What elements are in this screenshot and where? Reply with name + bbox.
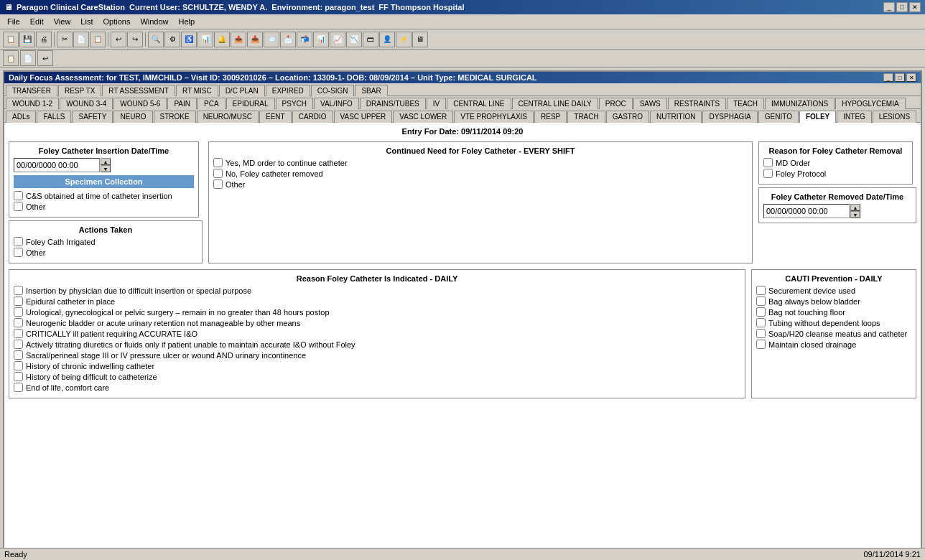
toolbar-btn-15[interactable]: 📥 xyxy=(247,32,263,47)
tab-gastro[interactable]: GASTRO xyxy=(606,111,649,123)
specimen-other-checkbox[interactable] xyxy=(14,202,23,211)
tab-vte[interactable]: VTE PROPHYLAXIS xyxy=(454,111,534,123)
tab-falls[interactable]: FALLS xyxy=(37,111,71,123)
toolbar-btn-7[interactable]: ↩ xyxy=(111,32,126,47)
tab-central-line[interactable]: CENTRAL LINE xyxy=(447,98,511,109)
toolbar-btn-2[interactable]: 💾 xyxy=(19,32,35,47)
toolbar2-btn-1[interactable]: 📋 xyxy=(3,50,19,66)
close-button[interactable]: ✕ xyxy=(909,2,921,12)
reason-epidural-checkbox[interactable] xyxy=(14,297,23,306)
tab-eent[interactable]: EENT xyxy=(259,111,292,123)
toolbar-btn-8[interactable]: ↪ xyxy=(127,32,143,47)
toolbar-btn-18[interactable]: 📬 xyxy=(297,32,312,47)
removal-foley-protocol-checkbox[interactable] xyxy=(763,169,773,178)
menu-options[interactable]: Options xyxy=(98,16,134,27)
menu-view[interactable]: View xyxy=(50,16,75,27)
tab-proc[interactable]: PROC xyxy=(599,98,633,109)
tab-foley[interactable]: FOLEY xyxy=(799,111,836,123)
tab-wound-34[interactable]: WOUND 3-4 xyxy=(60,98,113,109)
toolbar2-btn-3[interactable]: ↩ xyxy=(37,50,53,66)
tab-genito[interactable]: GENITO xyxy=(758,111,799,123)
continued-no-checkbox[interactable] xyxy=(213,169,223,178)
menu-file[interactable]: File xyxy=(3,16,24,27)
tab-integ[interactable]: INTEG xyxy=(837,111,872,123)
toolbar-btn-20[interactable]: 📈 xyxy=(330,32,345,47)
minimize-button[interactable]: _ xyxy=(883,2,895,12)
cauti-tubing-checkbox[interactable] xyxy=(756,318,766,327)
removal-md-order-checkbox[interactable] xyxy=(763,158,773,167)
tab-drains-tubes[interactable]: DRAINS/TUBES xyxy=(360,98,426,109)
tab-adls[interactable]: ADLs xyxy=(6,111,36,123)
maximize-button[interactable]: □ xyxy=(896,2,908,12)
window-minimize[interactable]: _ xyxy=(883,73,893,82)
toolbar-btn-3[interactable]: 🖨 xyxy=(36,32,52,47)
reason-critically-checkbox[interactable] xyxy=(14,329,23,338)
toolbar-btn-25[interactable]: 🖥 xyxy=(412,32,428,47)
tab-resp[interactable]: RESP xyxy=(534,111,567,123)
reason-insertion-physician-checkbox[interactable] xyxy=(14,286,23,295)
tab-psych[interactable]: PSYCH xyxy=(276,98,313,109)
menu-edit[interactable]: Edit xyxy=(26,16,48,27)
toolbar-btn-11[interactable]: ♿ xyxy=(181,32,197,47)
tab-lesions[interactable]: LESIONS xyxy=(873,111,916,123)
tab-safety[interactable]: SAFETY xyxy=(72,111,113,123)
tab-valinfo[interactable]: VAL/INFO xyxy=(314,98,359,109)
foley-insertion-spin-down[interactable]: ▼ xyxy=(101,165,111,172)
tab-rt-misc[interactable]: RT MISC xyxy=(176,85,218,96)
tab-teach[interactable]: TEACH xyxy=(727,98,764,109)
tab-stroke[interactable]: STROKE xyxy=(154,111,196,123)
reason-sacral-checkbox[interactable] xyxy=(14,350,23,360)
toolbar-btn-23[interactable]: 👤 xyxy=(379,32,395,47)
tab-rt-assessment[interactable]: RT ASSESSMENT xyxy=(102,85,175,96)
specimen-cs-checkbox[interactable] xyxy=(14,191,23,200)
cauti-soap-checkbox[interactable] xyxy=(756,329,766,338)
continued-yes-checkbox[interactable] xyxy=(213,158,223,167)
foley-removed-date-field[interactable] xyxy=(763,204,850,218)
tab-dc-plan[interactable]: D/C PLAN xyxy=(219,85,265,96)
continued-other-checkbox[interactable] xyxy=(213,179,223,189)
tab-sbar[interactable]: SBAR xyxy=(355,85,387,96)
toolbar-btn-13[interactable]: 🔔 xyxy=(214,32,230,47)
reason-difficult-checkbox[interactable] xyxy=(14,372,23,381)
tab-hypoglycemia[interactable]: HYPOGLYCEMIA xyxy=(835,98,905,109)
toolbar-btn-22[interactable]: 🗃 xyxy=(363,32,378,47)
tab-central-line-daily[interactable]: CENTRAL LINE DAILY xyxy=(512,98,598,109)
window-close[interactable]: ✕ xyxy=(906,73,916,82)
foley-removed-spin-up[interactable]: ▲ xyxy=(850,204,860,211)
tab-nutrition[interactable]: NUTRITION xyxy=(650,111,702,123)
toolbar2-btn-2[interactable]: 📄 xyxy=(20,50,36,66)
cauti-bag-below-checkbox[interactable] xyxy=(756,297,766,306)
toolbar-btn-21[interactable]: 📉 xyxy=(346,32,362,47)
tab-immunizations[interactable]: IMMUNIZATIONS xyxy=(765,98,835,109)
tab-saws[interactable]: SAWS xyxy=(633,98,667,109)
toolbar-btn-9[interactable]: 🔍 xyxy=(148,32,164,47)
reason-actively-checkbox[interactable] xyxy=(14,340,23,349)
reason-chronic-checkbox[interactable] xyxy=(14,361,23,370)
tab-pca[interactable]: PCA xyxy=(197,98,226,109)
tab-neuro[interactable]: NEURO xyxy=(113,111,152,123)
menu-help[interactable]: Help xyxy=(175,16,200,27)
toolbar-btn-12[interactable]: 📊 xyxy=(197,32,213,47)
tab-transfer[interactable]: TRANSFER xyxy=(6,85,57,96)
foley-insertion-date-input[interactable] xyxy=(14,158,100,172)
tab-trach[interactable]: TRACH xyxy=(567,111,605,123)
tab-dysphagia[interactable]: DYSPHAGIA xyxy=(702,111,757,123)
reason-neurogenic-checkbox[interactable] xyxy=(14,318,23,327)
tab-neuro-musc[interactable]: NEURO/MUSC xyxy=(197,111,259,123)
tab-epidural[interactable]: EPIDURAL xyxy=(226,98,275,109)
actions-other-checkbox[interactable] xyxy=(14,248,23,257)
tab-resp-tx[interactable]: RESP TX xyxy=(58,85,101,96)
toolbar-btn-16[interactable]: 📨 xyxy=(264,32,279,47)
toolbar-btn-5[interactable]: 📄 xyxy=(73,32,89,47)
toolbar-btn-1[interactable]: 📋 xyxy=(3,32,19,47)
reason-urological-checkbox[interactable] xyxy=(14,307,23,317)
foley-insertion-spin-up[interactable]: ▲ xyxy=(101,158,111,165)
toolbar-btn-24[interactable]: ⚡ xyxy=(396,32,412,47)
reason-end-of-life-checkbox[interactable] xyxy=(14,383,23,392)
tab-vasc-lower[interactable]: VASC LOWER xyxy=(393,111,453,123)
menu-list[interactable]: List xyxy=(76,16,97,27)
menu-window[interactable]: Window xyxy=(136,16,172,27)
foley-removed-spin-down[interactable]: ▼ xyxy=(850,211,860,218)
actions-foley-cath-checkbox[interactable] xyxy=(14,237,23,246)
toolbar-btn-10[interactable]: ⚙ xyxy=(164,32,180,47)
